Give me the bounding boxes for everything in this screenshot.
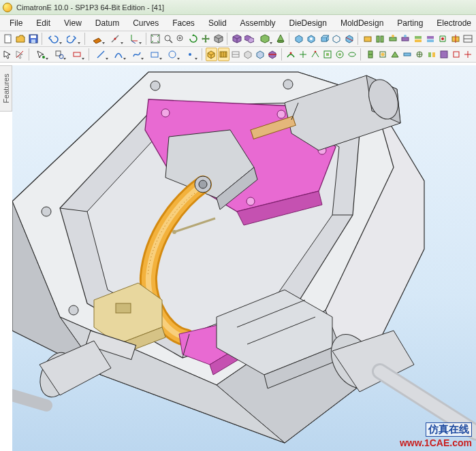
elec-8-icon[interactable] bbox=[450, 48, 462, 61]
mold-2-icon[interactable] bbox=[375, 32, 386, 46]
svg-rect-27 bbox=[427, 36, 434, 39]
svg-line-38 bbox=[97, 51, 104, 58]
mold-9-icon[interactable] bbox=[462, 32, 474, 46]
tool-a6-icon[interactable] bbox=[346, 48, 358, 61]
undo-button[interactable] bbox=[46, 32, 63, 46]
elec-1-icon[interactable] bbox=[364, 48, 376, 61]
menu-diedesign[interactable]: DieDesign bbox=[283, 17, 334, 29]
watermark-text-2: www.1CAE.com bbox=[400, 437, 472, 448]
pan-view-button[interactable] bbox=[200, 32, 211, 46]
menu-curves[interactable]: Curves bbox=[126, 17, 165, 29]
mold-7-icon[interactable] bbox=[437, 32, 449, 46]
display-trans-button[interactable] bbox=[255, 48, 266, 61]
features-panel-label: Features bbox=[2, 73, 10, 103]
menubar: File Edit View Datum Curves Faces Solid … bbox=[0, 15, 476, 31]
model-viewport[interactable]: 仿真在线 www.1CAE.com bbox=[12, 65, 476, 451]
box4-icon[interactable] bbox=[331, 32, 343, 46]
svg-point-65 bbox=[42, 207, 51, 216]
new-file-button[interactable] bbox=[2, 32, 14, 46]
sketch-point-button[interactable] bbox=[182, 48, 199, 61]
sketch-arc-button[interactable] bbox=[110, 48, 127, 61]
cursor-select-button[interactable] bbox=[2, 48, 14, 61]
sketch-line-button[interactable] bbox=[92, 48, 109, 61]
elec-7-icon[interactable] bbox=[438, 48, 449, 61]
display-wire-button[interactable] bbox=[230, 48, 242, 61]
mold-1-icon[interactable] bbox=[362, 32, 373, 46]
cad-model-render bbox=[12, 65, 476, 451]
menu-parting[interactable]: Parting bbox=[390, 17, 430, 29]
display-hidden-button[interactable] bbox=[242, 48, 254, 61]
svg-rect-25 bbox=[415, 36, 422, 39]
filter-1-button[interactable] bbox=[33, 48, 50, 61]
menu-solid[interactable]: Solid bbox=[202, 17, 234, 29]
tool-a3-icon[interactable] bbox=[310, 48, 321, 61]
elec-6-icon[interactable] bbox=[426, 48, 437, 61]
elec-2-icon[interactable] bbox=[377, 48, 388, 61]
elec-3-icon[interactable] bbox=[389, 48, 400, 61]
box3-icon[interactable] bbox=[318, 32, 330, 46]
tool-a1-icon[interactable] bbox=[285, 48, 297, 61]
svg-point-15 bbox=[277, 41, 284, 43]
mold-3-icon[interactable] bbox=[387, 32, 398, 46]
svg-point-68 bbox=[277, 110, 285, 118]
filter-2-button[interactable] bbox=[50, 48, 67, 61]
ucs-button[interactable] bbox=[125, 32, 143, 46]
box1-icon[interactable] bbox=[293, 32, 304, 46]
svg-point-40 bbox=[169, 51, 176, 58]
tool-a5-icon[interactable] bbox=[334, 48, 345, 61]
menu-assembly[interactable]: Assembly bbox=[234, 17, 283, 29]
cube-part-button[interactable] bbox=[256, 32, 274, 46]
axis-button[interactable] bbox=[107, 32, 125, 46]
box2-icon[interactable] bbox=[306, 32, 317, 46]
save-button[interactable] bbox=[27, 32, 39, 46]
cone-icon[interactable] bbox=[274, 32, 286, 46]
zoom-window-button[interactable] bbox=[162, 32, 174, 46]
cursor-deselect-button[interactable] bbox=[14, 48, 26, 61]
svg-point-67 bbox=[161, 109, 170, 117]
separator-icon bbox=[289, 33, 290, 45]
svg-rect-20 bbox=[381, 36, 383, 42]
menu-edit[interactable]: Edit bbox=[29, 17, 57, 29]
cube-assembly-button[interactable] bbox=[244, 32, 255, 46]
plane-button[interactable] bbox=[89, 32, 106, 46]
svg-point-34 bbox=[42, 56, 45, 59]
menu-electrode[interactable]: Electrode bbox=[430, 17, 476, 29]
elec-9-icon[interactable] bbox=[462, 48, 474, 61]
display-shaded-button[interactable] bbox=[206, 48, 217, 61]
mold-5-icon[interactable] bbox=[412, 32, 424, 46]
display-edges-button[interactable] bbox=[218, 48, 229, 61]
zoom-extents-button[interactable] bbox=[150, 32, 161, 46]
sketch-rect-button[interactable] bbox=[146, 48, 163, 61]
separator-icon bbox=[146, 33, 147, 45]
filter-3-button[interactable] bbox=[68, 48, 85, 61]
menu-faces[interactable]: Faces bbox=[165, 17, 202, 29]
mold-4-icon[interactable] bbox=[400, 32, 411, 46]
mold-8-icon[interactable] bbox=[449, 32, 461, 46]
menu-datum[interactable]: Datum bbox=[89, 17, 126, 29]
cube-solid-button[interactable] bbox=[231, 32, 242, 46]
mold-6-icon[interactable] bbox=[424, 32, 436, 46]
sketch-circle-button[interactable] bbox=[164, 48, 181, 61]
rotate-view-button[interactable] bbox=[187, 32, 199, 46]
svg-point-62 bbox=[150, 81, 160, 90]
svg-rect-59 bbox=[432, 52, 435, 57]
zoom-in-out-button[interactable] bbox=[175, 32, 187, 46]
window-title: CimatronE 10.0 - SP1P3 64-Bit Edition - … bbox=[16, 3, 164, 12]
sketch-spline-button[interactable] bbox=[128, 48, 145, 61]
elec-4-icon[interactable] bbox=[401, 48, 413, 61]
redo-button[interactable] bbox=[64, 32, 82, 46]
svg-rect-21 bbox=[390, 37, 396, 41]
separator-icon bbox=[89, 48, 90, 61]
elec-5-icon[interactable] bbox=[413, 48, 425, 61]
svg-rect-76 bbox=[116, 303, 131, 313]
menu-molddesign[interactable]: MoldDesign bbox=[334, 17, 390, 29]
menu-file[interactable]: File bbox=[3, 17, 29, 29]
view-cube-button[interactable] bbox=[212, 32, 224, 46]
tool-a4-icon[interactable] bbox=[322, 48, 334, 61]
menu-view[interactable]: View bbox=[57, 17, 89, 29]
display-section-button[interactable] bbox=[267, 48, 279, 61]
tool-a2-icon[interactable] bbox=[298, 48, 309, 61]
open-file-button[interactable] bbox=[14, 32, 26, 46]
features-panel-tab[interactable]: Features bbox=[0, 65, 12, 112]
box5-icon[interactable] bbox=[343, 32, 355, 46]
